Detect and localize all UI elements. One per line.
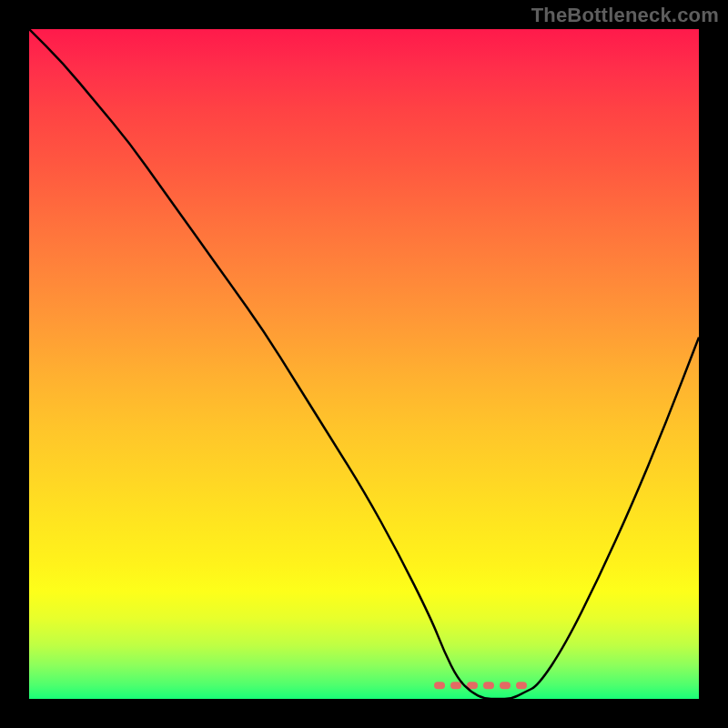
plot-area: [29, 29, 699, 699]
bottleneck-curve-line: [29, 29, 699, 699]
watermark-label: TheBottleneck.com: [531, 4, 719, 27]
bottleneck-curve-svg: [29, 29, 699, 699]
chart-frame: TheBottleneck.com: [0, 0, 728, 728]
